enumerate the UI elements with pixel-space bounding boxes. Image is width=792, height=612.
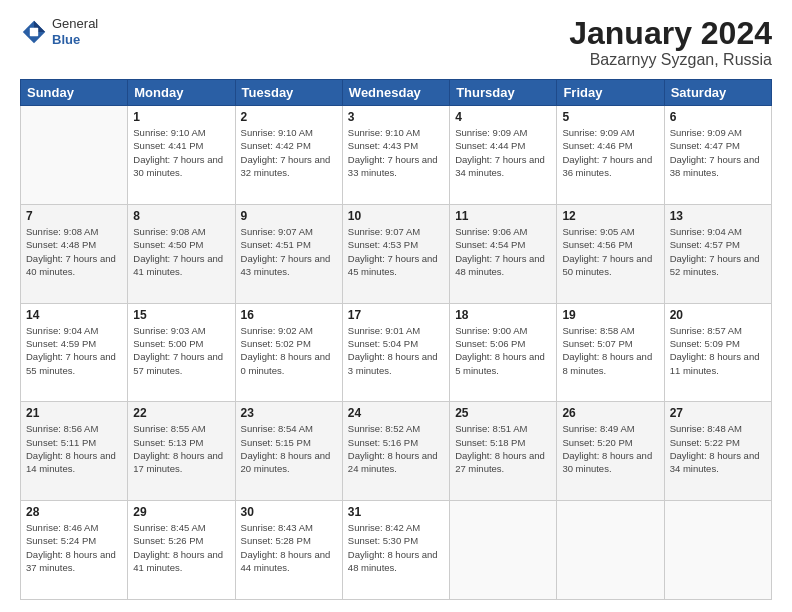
- day-info: Sunrise: 9:10 AMSunset: 4:42 PMDaylight:…: [241, 126, 337, 179]
- calendar-header-tuesday: Tuesday: [235, 80, 342, 106]
- calendar-cell: 18Sunrise: 9:00 AMSunset: 5:06 PMDayligh…: [450, 303, 557, 402]
- day-info: Sunrise: 9:03 AMSunset: 5:00 PMDaylight:…: [133, 324, 229, 377]
- day-info: Sunrise: 8:55 AMSunset: 5:13 PMDaylight:…: [133, 422, 229, 475]
- calendar-week-row: 7Sunrise: 9:08 AMSunset: 4:48 PMDaylight…: [21, 204, 772, 303]
- calendar-cell: 14Sunrise: 9:04 AMSunset: 4:59 PMDayligh…: [21, 303, 128, 402]
- calendar-cell: 19Sunrise: 8:58 AMSunset: 5:07 PMDayligh…: [557, 303, 664, 402]
- calendar-cell: 20Sunrise: 8:57 AMSunset: 5:09 PMDayligh…: [664, 303, 771, 402]
- calendar-cell: 6Sunrise: 9:09 AMSunset: 4:47 PMDaylight…: [664, 106, 771, 205]
- day-number: 18: [455, 308, 551, 322]
- calendar-cell: 7Sunrise: 9:08 AMSunset: 4:48 PMDaylight…: [21, 204, 128, 303]
- day-number: 20: [670, 308, 766, 322]
- calendar-cell: 15Sunrise: 9:03 AMSunset: 5:00 PMDayligh…: [128, 303, 235, 402]
- calendar-cell: 2Sunrise: 9:10 AMSunset: 4:42 PMDaylight…: [235, 106, 342, 205]
- day-number: 29: [133, 505, 229, 519]
- day-info: Sunrise: 9:09 AMSunset: 4:46 PMDaylight:…: [562, 126, 658, 179]
- day-info: Sunrise: 8:51 AMSunset: 5:18 PMDaylight:…: [455, 422, 551, 475]
- logo-text: General Blue: [52, 16, 98, 47]
- day-info: Sunrise: 9:01 AMSunset: 5:04 PMDaylight:…: [348, 324, 444, 377]
- calendar-cell: 28Sunrise: 8:46 AMSunset: 5:24 PMDayligh…: [21, 501, 128, 600]
- day-info: Sunrise: 9:10 AMSunset: 4:41 PMDaylight:…: [133, 126, 229, 179]
- calendar-cell: 8Sunrise: 9:08 AMSunset: 4:50 PMDaylight…: [128, 204, 235, 303]
- calendar-header-monday: Monday: [128, 80, 235, 106]
- calendar-cell: 3Sunrise: 9:10 AMSunset: 4:43 PMDaylight…: [342, 106, 449, 205]
- day-info: Sunrise: 8:45 AMSunset: 5:26 PMDaylight:…: [133, 521, 229, 574]
- day-info: Sunrise: 9:08 AMSunset: 4:50 PMDaylight:…: [133, 225, 229, 278]
- day-number: 21: [26, 406, 122, 420]
- day-number: 14: [26, 308, 122, 322]
- day-number: 19: [562, 308, 658, 322]
- day-number: 3: [348, 110, 444, 124]
- calendar-week-row: 21Sunrise: 8:56 AMSunset: 5:11 PMDayligh…: [21, 402, 772, 501]
- day-number: 28: [26, 505, 122, 519]
- day-info: Sunrise: 9:07 AMSunset: 4:51 PMDaylight:…: [241, 225, 337, 278]
- day-number: 5: [562, 110, 658, 124]
- calendar-cell: 21Sunrise: 8:56 AMSunset: 5:11 PMDayligh…: [21, 402, 128, 501]
- day-info: Sunrise: 8:56 AMSunset: 5:11 PMDaylight:…: [26, 422, 122, 475]
- logo-icon: [20, 18, 48, 46]
- calendar-cell: [450, 501, 557, 600]
- calendar-cell: 23Sunrise: 8:54 AMSunset: 5:15 PMDayligh…: [235, 402, 342, 501]
- day-info: Sunrise: 9:04 AMSunset: 4:57 PMDaylight:…: [670, 225, 766, 278]
- day-number: 10: [348, 209, 444, 223]
- day-number: 25: [455, 406, 551, 420]
- calendar-header-wednesday: Wednesday: [342, 80, 449, 106]
- calendar-cell: [21, 106, 128, 205]
- day-info: Sunrise: 9:09 AMSunset: 4:47 PMDaylight:…: [670, 126, 766, 179]
- day-number: 2: [241, 110, 337, 124]
- calendar-cell: 29Sunrise: 8:45 AMSunset: 5:26 PMDayligh…: [128, 501, 235, 600]
- day-number: 12: [562, 209, 658, 223]
- svg-rect-2: [30, 27, 38, 35]
- day-info: Sunrise: 8:42 AMSunset: 5:30 PMDaylight:…: [348, 521, 444, 574]
- header: General Blue January 2024 Bazarnyy Syzga…: [20, 16, 772, 69]
- main-title: January 2024: [569, 16, 772, 51]
- day-info: Sunrise: 8:48 AMSunset: 5:22 PMDaylight:…: [670, 422, 766, 475]
- calendar-cell: 10Sunrise: 9:07 AMSunset: 4:53 PMDayligh…: [342, 204, 449, 303]
- calendar-table: SundayMondayTuesdayWednesdayThursdayFrid…: [20, 79, 772, 600]
- day-info: Sunrise: 8:46 AMSunset: 5:24 PMDaylight:…: [26, 521, 122, 574]
- calendar-cell: 17Sunrise: 9:01 AMSunset: 5:04 PMDayligh…: [342, 303, 449, 402]
- day-info: Sunrise: 9:08 AMSunset: 4:48 PMDaylight:…: [26, 225, 122, 278]
- day-number: 26: [562, 406, 658, 420]
- day-info: Sunrise: 9:00 AMSunset: 5:06 PMDaylight:…: [455, 324, 551, 377]
- day-info: Sunrise: 8:43 AMSunset: 5:28 PMDaylight:…: [241, 521, 337, 574]
- day-number: 4: [455, 110, 551, 124]
- calendar-cell: 24Sunrise: 8:52 AMSunset: 5:16 PMDayligh…: [342, 402, 449, 501]
- day-info: Sunrise: 9:09 AMSunset: 4:44 PMDaylight:…: [455, 126, 551, 179]
- calendar-week-row: 14Sunrise: 9:04 AMSunset: 4:59 PMDayligh…: [21, 303, 772, 402]
- day-number: 1: [133, 110, 229, 124]
- calendar-cell: 16Sunrise: 9:02 AMSunset: 5:02 PMDayligh…: [235, 303, 342, 402]
- calendar-cell: 12Sunrise: 9:05 AMSunset: 4:56 PMDayligh…: [557, 204, 664, 303]
- calendar-cell: 31Sunrise: 8:42 AMSunset: 5:30 PMDayligh…: [342, 501, 449, 600]
- calendar-cell: 9Sunrise: 9:07 AMSunset: 4:51 PMDaylight…: [235, 204, 342, 303]
- day-info: Sunrise: 8:54 AMSunset: 5:15 PMDaylight:…: [241, 422, 337, 475]
- calendar-cell: 11Sunrise: 9:06 AMSunset: 4:54 PMDayligh…: [450, 204, 557, 303]
- calendar-header-sunday: Sunday: [21, 80, 128, 106]
- calendar-cell: 4Sunrise: 9:09 AMSunset: 4:44 PMDaylight…: [450, 106, 557, 205]
- calendar-cell: 27Sunrise: 8:48 AMSunset: 5:22 PMDayligh…: [664, 402, 771, 501]
- subtitle: Bazarnyy Syzgan, Russia: [569, 51, 772, 69]
- calendar-cell: 25Sunrise: 8:51 AMSunset: 5:18 PMDayligh…: [450, 402, 557, 501]
- calendar-header-row: SundayMondayTuesdayWednesdayThursdayFrid…: [21, 80, 772, 106]
- day-number: 16: [241, 308, 337, 322]
- day-number: 23: [241, 406, 337, 420]
- calendar-cell: 26Sunrise: 8:49 AMSunset: 5:20 PMDayligh…: [557, 402, 664, 501]
- day-info: Sunrise: 9:06 AMSunset: 4:54 PMDaylight:…: [455, 225, 551, 278]
- day-number: 17: [348, 308, 444, 322]
- day-info: Sunrise: 9:07 AMSunset: 4:53 PMDaylight:…: [348, 225, 444, 278]
- calendar-week-row: 1Sunrise: 9:10 AMSunset: 4:41 PMDaylight…: [21, 106, 772, 205]
- calendar-cell: 5Sunrise: 9:09 AMSunset: 4:46 PMDaylight…: [557, 106, 664, 205]
- day-number: 27: [670, 406, 766, 420]
- day-number: 15: [133, 308, 229, 322]
- calendar-header-saturday: Saturday: [664, 80, 771, 106]
- day-number: 8: [133, 209, 229, 223]
- calendar-header-friday: Friday: [557, 80, 664, 106]
- day-number: 6: [670, 110, 766, 124]
- day-info: Sunrise: 8:52 AMSunset: 5:16 PMDaylight:…: [348, 422, 444, 475]
- day-number: 11: [455, 209, 551, 223]
- calendar-week-row: 28Sunrise: 8:46 AMSunset: 5:24 PMDayligh…: [21, 501, 772, 600]
- page: General Blue January 2024 Bazarnyy Syzga…: [0, 0, 792, 612]
- calendar-cell: [664, 501, 771, 600]
- logo: General Blue: [20, 16, 98, 47]
- day-info: Sunrise: 8:49 AMSunset: 5:20 PMDaylight:…: [562, 422, 658, 475]
